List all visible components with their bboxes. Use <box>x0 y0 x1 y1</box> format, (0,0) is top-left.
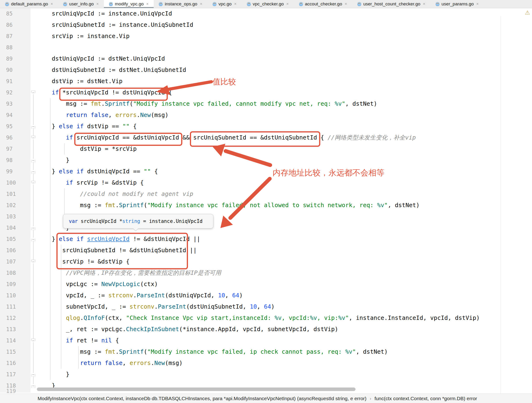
line-number: 88 <box>0 42 31 53</box>
code-line-99[interactable]: } else if dstUniqVpcId == "" { <box>38 166 480 177</box>
code-segment: "" <box>144 168 151 175</box>
code-segment <box>38 112 66 118</box>
line-number: 108 <box>0 267 31 279</box>
line-number: 102 <box>0 200 31 211</box>
code-segment: } <box>38 123 59 130</box>
go-file-icon <box>299 2 303 6</box>
code-segment: _, ret := vpcLgc. <box>38 326 126 333</box>
line-number: 105 <box>0 233 31 245</box>
code-segment: , <box>108 112 115 118</box>
code-line-116[interactable]: return false, errors.New(msg) <box>38 357 480 369</box>
line-number: 90 <box>0 64 31 76</box>
code-line-91[interactable]: dstVip := dstNet.Vip <box>38 76 480 87</box>
close-icon[interactable]: × <box>96 2 99 6</box>
editor-tab-bar: default_params.go×user_info.go×modify_vp… <box>0 0 532 8</box>
breadcrumb-function-signature[interactable]: ModifyInstanceVpc(ctx context.Context, i… <box>38 396 366 401</box>
code-line-113[interactable]: _, ret := vpcLgc.CheckIpInSubnet(*instan… <box>38 324 480 335</box>
line-number: 92 <box>0 87 31 98</box>
code-segment: srcVip != &dstVip { <box>73 179 144 186</box>
code-segment <box>38 269 66 276</box>
close-icon[interactable]: × <box>234 2 237 6</box>
type-hint-tooltip: var srcUniqVpcId *string = instance.Uniq… <box>63 214 213 229</box>
code-line-100[interactable]: if srcVip != &dstVip { <box>38 177 480 188</box>
code-line-112[interactable]: qlog.QInfoF(ctx, "Check Instance Vpc vip… <box>38 312 480 324</box>
code-segment: vpcLgc := <box>38 281 101 287</box>
tab-instance_ops-go[interactable]: instance_ops.go× <box>154 0 207 8</box>
code-line-101[interactable]: //could not modify net agent vip <box>38 188 480 200</box>
line-number: 116 <box>0 357 31 369</box>
code-segment: "Modify instance vpc failed, cannot modi… <box>133 100 335 107</box>
code-segment: , dstNet) <box>345 100 377 107</box>
code-line-85[interactable]: srcUniqVpcId := instance.UniqVpcId <box>38 8 480 19</box>
tab-user_params-go[interactable]: user_params.go× <box>431 0 484 8</box>
tab-accout_checker-go[interactable]: accout_checker.go× <box>294 0 352 8</box>
code-segment: dstVip == <box>84 123 123 130</box>
tab-vpc_checker-go[interactable]: vpc_checker.go× <box>242 0 294 8</box>
code-segment: . <box>115 348 119 355</box>
code-segment: strconv <box>108 292 133 299</box>
go-file-icon <box>63 2 67 6</box>
code-line-86[interactable]: srcUniqSubnetId := instance.UniqSubnetId <box>38 19 480 31</box>
type-hint-text: var srcUniqVpcId *string = instance.Uniq… <box>69 218 203 224</box>
code-line-88[interactable] <box>38 42 480 53</box>
code-segment: return <box>80 360 101 366</box>
code-segment: false <box>105 360 122 366</box>
close-icon[interactable]: × <box>146 2 148 6</box>
code-segment: errors <box>129 360 151 366</box>
close-icon[interactable]: × <box>286 2 289 6</box>
code-line-102[interactable]: msg := fmt.Sprintf("Modify instance vpc … <box>38 200 480 211</box>
horizontal-scrollbar-thumb[interactable] <box>37 387 355 391</box>
code-segment: ( <box>129 100 133 107</box>
code-segment: CheckIpInSubnet <box>126 326 179 333</box>
code-line-90[interactable]: dstUniqSubnetId := dstNet.UniqSubnetId <box>38 64 480 76</box>
line-number: 113 <box>0 324 31 335</box>
line-number: 110 <box>0 290 31 301</box>
line-number: 98 <box>0 155 31 166</box>
line-number: 99 <box>0 166 31 177</box>
code-line-94[interactable]: return false, errors.New(msg) <box>38 109 480 121</box>
code-segment: } <box>38 157 69 163</box>
code-line-87[interactable]: srcVip := instance.Vip <box>38 31 480 42</box>
warning-stripe-icon[interactable]: ⚠ <box>525 9 530 16</box>
code-segment: msg := <box>38 100 91 107</box>
code-segment: " <box>353 348 356 355</box>
close-icon[interactable]: × <box>200 2 202 6</box>
close-icon[interactable]: × <box>51 2 53 6</box>
close-icon[interactable]: × <box>345 2 347 6</box>
code-segment: dstUniqVpcId := dstNet.UniqVpcId <box>38 55 165 62</box>
close-icon[interactable]: × <box>423 2 425 6</box>
code-line-115[interactable]: msg := fmt.Sprintf("Modify instance vpc … <box>38 346 480 357</box>
tab-user_info-go[interactable]: user_info.go× <box>58 0 104 8</box>
code-segment: 64 <box>264 303 271 310</box>
code-line-98[interactable]: } <box>38 155 480 166</box>
tab-default_params-go[interactable]: default_params.go× <box>0 0 58 8</box>
code-line-89[interactable]: dstUniqVpcId := dstNet.UniqVpcId <box>38 53 480 64</box>
code-segment: srcUniqVpcId := instance.UniqVpcId <box>38 10 172 17</box>
code-text[interactable]: srcUniqVpcId := instance.UniqVpcId srcUn… <box>38 8 480 391</box>
tab-label: user_host_count_checker.go <box>363 1 420 6</box>
breadcrumb-inner-func[interactable]: func(ctx context.Context, conn *gorm.DB)… <box>374 396 477 401</box>
annotation-box-else-if-block <box>56 233 188 269</box>
code-segment: fmt <box>105 202 115 209</box>
code-line-117[interactable]: } <box>38 369 480 380</box>
line-number: 103 <box>0 211 31 222</box>
code-segment: if <box>77 168 84 175</box>
tab-label: modify_vpc.go <box>115 1 144 6</box>
annotation-box-vpcid-compare <box>74 133 182 146</box>
code-segment: %v <box>335 100 342 107</box>
code-line-111[interactable]: subnetVpcId, _ := strconv.ParseInt(dstUn… <box>38 301 480 312</box>
go-file-icon <box>5 2 9 6</box>
tab-modify_vpc-go[interactable]: modify_vpc.go× <box>104 0 154 8</box>
close-icon[interactable]: × <box>476 2 479 6</box>
code-line-95[interactable]: } else if dstVip == "" { <box>38 121 480 132</box>
tab-vpc-go[interactable]: vpc.go× <box>208 0 242 8</box>
code-line-109[interactable]: vpcLgc := NewVpcLogic(ctx) <box>38 279 480 290</box>
code-segment: , vip: <box>317 315 338 321</box>
code-segment: " <box>384 202 388 209</box>
code-line-110[interactable]: vpcId, _ := strconv.ParseInt(dstUniqVpcI… <box>38 290 480 301</box>
code-segment: if <box>66 179 73 186</box>
tab-user_host_count_checker-go[interactable]: user_host_count_checker.go× <box>352 0 431 8</box>
code-segment <box>38 191 80 197</box>
code-segment: , <box>122 360 129 366</box>
code-line-114[interactable]: if ret != nil { <box>38 335 480 346</box>
